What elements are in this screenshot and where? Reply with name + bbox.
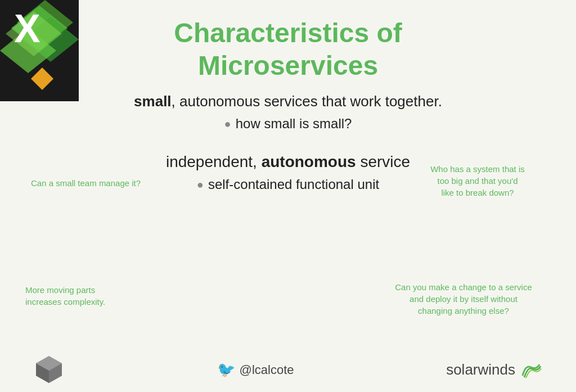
- small-suffix: , autonomous services that work together…: [172, 93, 442, 110]
- bullet-dot-1: ●: [224, 118, 231, 130]
- self-contained-text: self-contained functional unit: [208, 177, 379, 192]
- how-small-text: how small is small?: [236, 116, 352, 132]
- footer: 🐦 @lcalcote solarwinds: [0, 353, 576, 386]
- annotation-who-has: Who has a system that istoo big and that…: [413, 163, 542, 199]
- independent-line: independent, autonomous service: [166, 153, 410, 171]
- can-you-text: Can you make a change to a serviceand de…: [395, 282, 532, 316]
- annotation-more-moving: More moving partsincreases complexity.: [25, 284, 138, 308]
- more-moving-text: More moving partsincreases complexity.: [25, 285, 105, 307]
- annotation-small-team: Can a small team manage it?: [31, 177, 141, 189]
- footer-twitter: 🐦 @lcalcote: [217, 361, 294, 379]
- how-small-bullet: ● how small is small?: [224, 116, 352, 132]
- bold-small: small: [134, 93, 172, 110]
- footer-left-icon: [34, 353, 65, 386]
- independent-suffix: service: [356, 153, 410, 170]
- solarwinds-logo-icon: [520, 362, 542, 379]
- self-contained-bullet: ● self-contained functional unit: [197, 177, 379, 192]
- slide-title: Characteristics of Microservices: [174, 17, 402, 82]
- small-subtitle: small, autonomous services that work tog…: [134, 93, 442, 110]
- bullet-dot-2: ●: [197, 178, 204, 191]
- twitter-icon: 🐦: [217, 361, 235, 379]
- footer-brand: solarwinds: [446, 361, 542, 379]
- twitter-handle: @lcalcote: [240, 363, 294, 377]
- bold-autonomous: autonomous: [262, 153, 356, 170]
- annotation-can-you: Can you make a change to a serviceand de…: [382, 281, 545, 317]
- brand-name: solarwinds: [446, 361, 515, 379]
- independent-prefix: independent,: [166, 153, 262, 170]
- who-has-text: Who has a system that istoo big and that…: [430, 164, 525, 197]
